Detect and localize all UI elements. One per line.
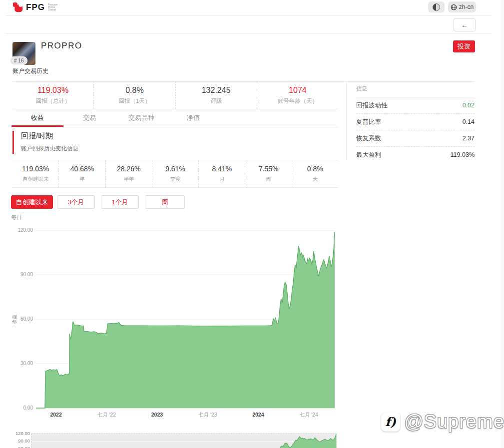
- range-since-creation-button[interactable]: 自创建以来: [11, 195, 53, 209]
- svg-text:七月 '23: 七月 '23: [198, 412, 217, 418]
- svg-text:七月 '24: 七月 '24: [299, 412, 318, 418]
- info-panel-title: 信息: [356, 85, 475, 97]
- svg-text:60.00: 60.00: [20, 316, 33, 322]
- svg-text:2022: 2022: [50, 412, 62, 418]
- invest-button[interactable]: 投资: [453, 40, 475, 52]
- period-stat: 8.41% 月: [199, 160, 245, 187]
- svg-text:0.00: 0.00: [23, 405, 33, 411]
- info-label: 夏普比率: [356, 118, 381, 126]
- tab-symbols[interactable]: 交易品种: [115, 110, 167, 127]
- svg-text:30.00: 30.00: [20, 361, 33, 366]
- frequency-label: 每日: [11, 214, 22, 221]
- info-panel: 信息 回报波动性 0.02 夏普比率 0.14 恢复系数 2.37 最大盈利 1…: [356, 85, 475, 163]
- fpg-logo-icon: [12, 2, 23, 12]
- period-stat: 28.26% 半年: [106, 160, 152, 187]
- page-title: PROPRO: [41, 41, 82, 51]
- stat-label: 自创建以来: [22, 176, 49, 183]
- stat-label: 年: [79, 176, 85, 183]
- stat-value: 119.03%: [37, 86, 68, 95]
- info-label: 回报波动性: [356, 101, 388, 110]
- language-selector[interactable]: zh-cn: [448, 1, 476, 12]
- info-row-volatility: 回报波动性 0.02: [356, 97, 475, 114]
- period-stat: 0.8% 天: [292, 160, 338, 187]
- stat-value: 0.8%: [307, 165, 323, 173]
- axis-tick-label: 90.00: [7, 438, 30, 444]
- range-button-group: 自创建以来 3个月 1个月 周: [11, 195, 185, 209]
- stat-label: 天: [313, 176, 318, 183]
- subbar-divider: [6, 33, 492, 34]
- summary-stats-strip: 119.03% 回报（总计） 0.8% 回报（1天） 132.245 评级 10…: [12, 81, 338, 109]
- back-arrow-icon: ←: [461, 21, 468, 29]
- stat-value: 8.41%: [212, 165, 232, 173]
- info-label: 最大盈利: [356, 151, 381, 159]
- returns-area-chart[interactable]: 0.0030.0060.0090.00120.002022七月 '222023七…: [8, 222, 338, 422]
- stat-label: 回报（1天）: [118, 97, 150, 105]
- language-label: zh-cn: [459, 3, 474, 10]
- watermark: f) @Supremeee: [381, 411, 504, 433]
- stat-value: 132.245: [202, 86, 231, 95]
- svg-text:收益: 收益: [11, 314, 17, 324]
- stat-value: 1074: [289, 86, 307, 95]
- stat-rating: 132.245 评级: [176, 81, 257, 109]
- period-stat: 40.68% 年: [59, 160, 105, 187]
- info-value: 0.14: [463, 118, 475, 125]
- info-label: 恢复系数: [356, 134, 381, 143]
- navigator-area-chart: [32, 434, 336, 448]
- chart-navigator[interactable]: [31, 434, 337, 448]
- tagline-line: Global: [48, 8, 57, 11]
- stat-label: 月: [219, 176, 225, 183]
- brand-tagline: Fortune Prime Global: [48, 3, 57, 11]
- svg-text:七月 '22: 七月 '22: [97, 412, 116, 418]
- theme-toggle-button[interactable]: [428, 1, 445, 12]
- globe-icon: [451, 4, 457, 10]
- info-row-sharpe: 夏普比率 0.14: [356, 114, 475, 130]
- returns-section-header: 回报/时期 账户回报历史变化信息: [12, 131, 78, 154]
- tab-bar: 收益 交易 交易品种 净值: [11, 110, 338, 127]
- watermark-handle: @Supremeee: [404, 411, 504, 433]
- info-value: 0.02: [463, 102, 475, 109]
- sidebar-divider: [346, 81, 347, 160]
- topbar-divider: [6, 15, 492, 16]
- stat-value: 0.8%: [125, 86, 143, 95]
- svg-text:2024: 2024: [252, 412, 264, 418]
- stat-value: 7.55%: [259, 165, 279, 173]
- section-subtitle: 账户回报历史变化信息: [21, 145, 78, 152]
- info-row-max-profit: 最大盈利 119.03%: [356, 147, 475, 163]
- stat-label: 周: [266, 176, 271, 183]
- axis-tick-label: 60.00: [7, 446, 30, 448]
- info-value: 119.03%: [451, 151, 475, 158]
- stat-account-age: 1074 账号年龄（天）: [257, 81, 338, 109]
- stat-label: 半年: [123, 176, 134, 183]
- stat-value: 9.61%: [165, 165, 185, 173]
- top-bar: FPG Fortune Prime Global zh-cn: [0, 0, 504, 15]
- info-value: 2.37: [463, 135, 475, 142]
- svg-text:120.00: 120.00: [17, 227, 33, 233]
- rank-badge: # 16: [10, 56, 27, 65]
- back-button[interactable]: ←: [454, 18, 476, 31]
- tab-equity[interactable]: 净值: [167, 110, 219, 127]
- stat-day-return: 0.8% 回报（1天）: [94, 81, 175, 109]
- range-1-month-button[interactable]: 1个月: [101, 195, 139, 209]
- axis-tick-label: 120.00: [7, 431, 30, 436]
- period-stats-strip: 119.03% 自创建以来 40.68% 年 28.26% 半年 9.61% 季…: [12, 160, 338, 188]
- section-title: 回报/时期: [21, 131, 78, 141]
- range-3-months-button[interactable]: 3个月: [57, 195, 95, 209]
- period-stat: 7.55% 周: [245, 160, 292, 187]
- svg-text:2023: 2023: [151, 412, 163, 418]
- brand-name: FPG: [26, 2, 45, 12]
- scrollbar-track[interactable]: [501, 0, 504, 448]
- stat-label: 回报（总计）: [36, 97, 70, 105]
- profile-subtitle: 账户交易历史: [12, 67, 48, 75]
- brand-logo[interactable]: FPG Fortune Prime Global: [12, 2, 57, 12]
- period-stat: 9.61% 季度: [152, 160, 199, 187]
- stat-label: 账号年龄（天）: [278, 97, 318, 105]
- period-stat: 119.03% 自创建以来: [12, 160, 59, 187]
- info-row-recovery: 恢复系数 2.37: [356, 130, 475, 147]
- watermark-logo-icon: f): [381, 413, 400, 432]
- half-moon-icon: [433, 3, 440, 11]
- tab-returns[interactable]: 收益: [11, 110, 63, 127]
- stat-label: 季度: [170, 176, 180, 183]
- tab-trades[interactable]: 交易: [63, 110, 115, 127]
- range-week-button[interactable]: 周: [145, 195, 185, 209]
- stat-label: 评级: [210, 97, 222, 105]
